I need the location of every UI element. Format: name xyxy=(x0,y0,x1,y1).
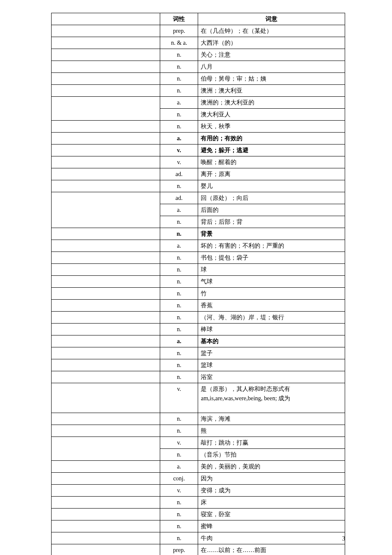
table-row: n.秋天，秋季 xyxy=(52,121,345,133)
cell-word xyxy=(52,240,160,252)
table-row: n.牛肉 xyxy=(52,532,345,544)
cell-meaning: 关心；注意 xyxy=(198,49,345,61)
cell-pos: n. xyxy=(160,509,198,520)
cell-meaning: 澳洲的；澳大利亚的 xyxy=(198,97,345,109)
table-row: n.八月 xyxy=(52,61,345,73)
cell-pos: n. xyxy=(160,180,198,192)
cell-pos: a. xyxy=(160,97,198,109)
cell-pos: v. xyxy=(160,145,198,156)
table-header-row: 词性 词意 xyxy=(52,13,345,25)
cell-word xyxy=(52,359,160,371)
cell-word xyxy=(52,109,160,121)
cell-pos: n. xyxy=(160,85,198,97)
table-row: conj.因为 xyxy=(52,473,345,485)
table-row: n.气球 xyxy=(52,276,345,288)
cell-word xyxy=(52,544,160,555)
table-row: a.后面的 xyxy=(52,204,345,216)
cell-meaning: 有用的；有效的 xyxy=(198,133,345,145)
cell-pos: v. xyxy=(160,437,198,449)
table-row: v.是（原形），其人称和时态形式有am,is,are,was,were,bein… xyxy=(52,383,345,413)
cell-meaning: 篮子 xyxy=(198,347,345,359)
cell-word xyxy=(52,216,160,228)
cell-meaning: 球 xyxy=(198,264,345,276)
cell-word xyxy=(52,25,160,37)
cell-meaning: 是（原形），其人称和时态形式有am,is,are,was,were,being,… xyxy=(198,383,345,413)
table-row: n.蜜蜂 xyxy=(52,520,345,532)
cell-pos: a. xyxy=(160,204,198,216)
table-row: n.书包；提包；袋子 xyxy=(52,252,345,264)
vocabulary-table: 词性 词意 prep.在（几点钟）；在（某处）n. & a.大西洋（的）n.关心… xyxy=(51,13,345,555)
header-pos: 词性 xyxy=(160,13,198,25)
cell-pos: n. xyxy=(160,61,198,73)
cell-meaning: 背后；后部；背 xyxy=(198,216,345,228)
cell-meaning: 基本的 xyxy=(198,335,345,347)
cell-word xyxy=(52,264,160,276)
cell-word xyxy=(52,335,160,347)
cell-word xyxy=(52,133,160,145)
cell-meaning: 在……以前；在……前面 xyxy=(198,544,345,555)
table-row: ad.离开；原离 xyxy=(52,168,345,180)
cell-word xyxy=(52,73,160,85)
cell-meaning: 澳洲；澳大利亚 xyxy=(198,85,345,97)
cell-meaning: 大西洋（的） xyxy=(198,37,345,49)
cell-word xyxy=(52,252,160,264)
cell-meaning: 八月 xyxy=(198,61,345,73)
table-row: v.唤醒；醒着的 xyxy=(52,156,345,168)
cell-pos: a. xyxy=(160,461,198,473)
cell-word xyxy=(52,312,160,324)
cell-word xyxy=(52,300,160,312)
cell-meaning: 离开；原离 xyxy=(198,168,345,180)
cell-pos: v. xyxy=(160,156,198,168)
cell-pos: v. xyxy=(160,485,198,497)
cell-word xyxy=(52,288,160,300)
cell-word xyxy=(52,145,160,156)
cell-pos: n. xyxy=(160,413,198,425)
table-row: n.香蕉 xyxy=(52,300,345,312)
cell-meaning: 后面的 xyxy=(198,204,345,216)
table-row: a.坏的；有害的；不利的；严重的 xyxy=(52,240,345,252)
table-row: v.敲打；跳动；打赢 xyxy=(52,437,345,449)
cell-word xyxy=(52,449,160,461)
cell-word xyxy=(52,37,160,49)
cell-word xyxy=(52,49,160,61)
table-row: n.婴儿 xyxy=(52,180,345,192)
cell-word xyxy=(52,461,160,473)
cell-meaning: 伯母；舅母；审；姑；姨 xyxy=(198,73,345,85)
header-word xyxy=(52,13,160,25)
table-row: n.澳洲；澳大利亚 xyxy=(52,85,345,97)
cell-meaning: 牛肉 xyxy=(198,532,345,544)
table-row: a.美的，美丽的，美观的 xyxy=(52,461,345,473)
cell-pos: n. xyxy=(160,532,198,544)
cell-word xyxy=(52,121,160,133)
cell-word xyxy=(52,168,160,180)
cell-pos: n. xyxy=(160,264,198,276)
cell-meaning: 棒球 xyxy=(198,324,345,335)
cell-pos: n. xyxy=(160,252,198,264)
cell-pos: conj. xyxy=(160,473,198,485)
cell-pos: n. xyxy=(160,73,198,85)
table-row: v.变得；成为 xyxy=(52,485,345,497)
cell-pos: n. xyxy=(160,121,198,133)
cell-pos: n. xyxy=(160,425,198,437)
table-row: n.熊 xyxy=(52,425,345,437)
table-row: v.避免；躲开；逃避 xyxy=(52,145,345,156)
cell-meaning: （河、海、湖的）岸，堤；银行 xyxy=(198,312,345,324)
cell-pos: n. xyxy=(160,520,198,532)
cell-pos: ad. xyxy=(160,168,198,180)
cell-meaning: 回（原处）；向后 xyxy=(198,192,345,204)
cell-meaning: 变得；成为 xyxy=(198,485,345,497)
cell-word xyxy=(52,383,160,413)
table-row: n.（河、海、湖的）岸，堤；银行 xyxy=(52,312,345,324)
cell-meaning: 背景 xyxy=(198,228,345,240)
cell-pos: n. xyxy=(160,276,198,288)
cell-pos: a. xyxy=(160,335,198,347)
table-row: n.浴室 xyxy=(52,371,345,383)
cell-word xyxy=(52,192,160,204)
cell-meaning: 在（几点钟）；在（某处） xyxy=(198,25,345,37)
cell-meaning: 坏的；有害的；不利的；严重的 xyxy=(198,240,345,252)
cell-meaning: 唤醒；醒着的 xyxy=(198,156,345,168)
table-row: n.球 xyxy=(52,264,345,276)
cell-word xyxy=(52,85,160,97)
cell-pos: v. xyxy=(160,383,198,413)
cell-pos: n. xyxy=(160,109,198,121)
